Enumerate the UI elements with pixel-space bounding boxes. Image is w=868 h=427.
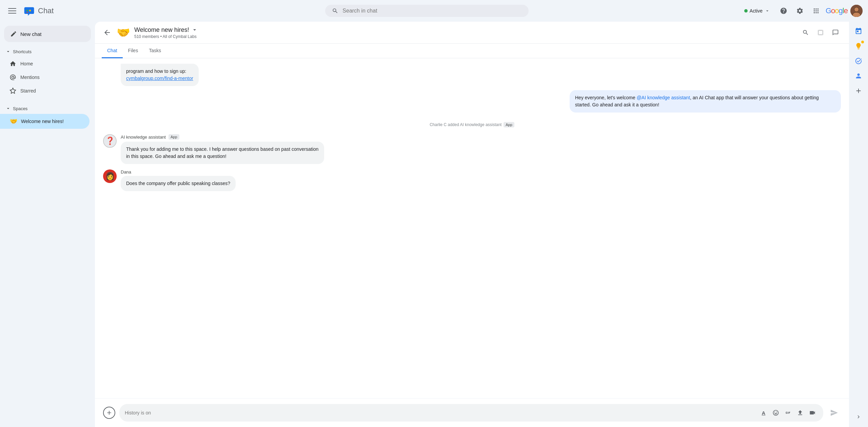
ai-mention: @AI knowledge assistant [637, 95, 690, 100]
messages-container: program and how to sign up: cymbalgroup.… [95, 58, 849, 398]
ai-message-content: AI knowledge assistant App Thank you for… [121, 134, 324, 164]
menu-icon[interactable] [5, 4, 19, 18]
status-button[interactable]: Active [740, 6, 774, 16]
sidebar: New chat Shortcuts Home Mentions Starred [0, 22, 95, 427]
outgoing-text-before: Hey everyone, let's welcome [575, 95, 637, 100]
threads-button[interactable] [829, 26, 842, 39]
compose-icon [10, 30, 17, 37]
star-icon [9, 87, 16, 94]
space-label: Welcome new hires! [21, 119, 64, 124]
shortcuts-section-header[interactable]: Shortcuts [0, 46, 95, 57]
space-emoji: 🤝 [9, 117, 18, 125]
starred-label: Starred [20, 88, 36, 94]
sidebar-item-mentions[interactable]: Mentions [0, 70, 90, 84]
emoji-button[interactable] [770, 407, 781, 418]
spaces-section-header[interactable]: Spaces [0, 103, 95, 114]
input-actions: A [758, 407, 818, 418]
expand-sidebar-button[interactable] [853, 411, 864, 424]
settings-button[interactable] [793, 4, 807, 18]
topbar-right: Active Google [740, 4, 863, 18]
user-avatar[interactable] [850, 5, 863, 17]
view-toggle-button[interactable] [814, 26, 827, 39]
channel-header: 🤝 Welcome new hires! 510 members • All o… [95, 22, 849, 44]
person-icon-button[interactable] [852, 69, 865, 83]
dana-message-bubble: Does the company offer public speaking c… [121, 176, 236, 191]
right-sidebar [849, 22, 868, 427]
new-chat-label: New chat [20, 31, 42, 37]
help-button[interactable] [777, 4, 790, 18]
topbar-search [117, 5, 737, 17]
tabs-bar: Chat Files Tasks [95, 44, 849, 58]
new-chat-button[interactable]: New chat [4, 26, 91, 42]
app-badge: App [504, 122, 514, 127]
svg-rect-6 [26, 12, 28, 13]
ai-message-bubble: Thank you for adding me to this space. I… [121, 142, 324, 164]
send-button[interactable] [827, 406, 841, 420]
dana-sender-name: Dana [121, 169, 236, 175]
sidebar-space-welcome[interactable]: 🤝 Welcome new hires! [0, 114, 90, 129]
message-input-wrapper: A [119, 404, 823, 422]
svg-rect-2 [8, 13, 16, 14]
search-bar[interactable] [325, 5, 529, 17]
channel-actions [799, 26, 842, 39]
content-area: 🤝 Welcome new hires! 510 members • All o… [95, 22, 849, 427]
outgoing-message-bubble: Hey everyone, let's welcome @AI knowledg… [570, 90, 841, 113]
ai-message-header: AI knowledge assistant App [121, 134, 324, 140]
tasks-icon-button[interactable] [852, 54, 865, 68]
notes-icon-button[interactable] [852, 39, 865, 53]
channel-name-chevron-icon[interactable] [191, 26, 198, 33]
channel-meta: 510 members • All of Cymbal Labs [134, 34, 795, 39]
spaces-label: Spaces [13, 106, 27, 111]
tab-tasks[interactable]: Tasks [143, 44, 166, 58]
channel-info: Welcome new hires! 510 members • All of … [134, 26, 795, 39]
message-row: program and how to sign up: cymbalgroup.… [103, 64, 841, 86]
app-title: Chat [38, 6, 54, 15]
google-logo: Google [826, 6, 848, 15]
svg-rect-0 [8, 8, 16, 9]
back-button[interactable] [102, 27, 113, 38]
add-app-button[interactable] [852, 84, 865, 98]
ai-avatar: ❓ [103, 134, 117, 148]
mention-icon [9, 74, 16, 81]
svg-rect-1 [8, 11, 16, 11]
app-logo: Chat [23, 5, 54, 17]
home-icon [9, 60, 16, 67]
svg-point-10 [854, 7, 859, 12]
ai-message-text: Thank you for adding me to this space. I… [126, 146, 318, 159]
ai-message-row: ❓ AI knowledge assistant App Thank you f… [103, 134, 841, 164]
dana-message-text: Does the company offer public speaking c… [126, 181, 230, 186]
chevron-down-spaces-icon [5, 106, 11, 111]
ai-app-badge: App [169, 134, 179, 140]
search-channel-button[interactable] [799, 26, 812, 39]
gif-button[interactable] [783, 407, 793, 418]
format-text-button[interactable]: A [758, 407, 769, 418]
status-dot [744, 9, 748, 13]
svg-rect-5 [29, 9, 31, 11]
search-input[interactable] [342, 8, 522, 14]
tab-chat[interactable]: Chat [102, 44, 123, 58]
dana-avatar: 👩 [103, 169, 117, 183]
calendar-icon-button[interactable] [852, 24, 865, 38]
mentor-link[interactable]: cymbalgroup.com/find-a-mentor [126, 76, 193, 81]
system-message: Charlie C added AI knowledge assistant A… [103, 118, 841, 131]
chat-logo-icon [23, 5, 35, 17]
message-input[interactable] [125, 410, 755, 415]
upload-button[interactable] [795, 407, 806, 418]
apps-button[interactable] [809, 4, 823, 18]
sidebar-item-home[interactable]: Home [0, 57, 90, 70]
topbar-left: Chat [5, 4, 114, 18]
dana-message-row: 👩 Dana Does the company offer public spe… [103, 169, 841, 191]
tab-files[interactable]: Files [123, 44, 144, 58]
add-content-button[interactable] [103, 407, 115, 419]
main-layout: New chat Shortcuts Home Mentions Starred [0, 22, 868, 427]
sidebar-item-starred[interactable]: Starred [0, 84, 90, 98]
video-call-button[interactable] [807, 407, 818, 418]
chevron-down-icon [5, 49, 11, 54]
mentions-label: Mentions [20, 75, 40, 80]
channel-name[interactable]: Welcome new hires! [134, 26, 795, 34]
partial-message-text: program and how to sign up: [126, 68, 186, 74]
svg-rect-4 [26, 9, 28, 11]
status-label: Active [750, 8, 763, 14]
system-message-text: Charlie C added AI knowledge assistant [430, 122, 501, 127]
channel-emoji: 🤝 [117, 26, 130, 39]
